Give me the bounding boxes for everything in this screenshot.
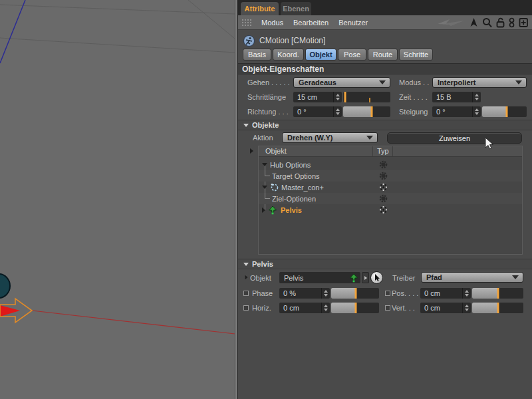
steigung-slider[interactable] [482,106,527,117]
stepper-arrows[interactable] [321,288,330,299]
pos-slider[interactable] [472,288,523,299]
chevron-down-icon [515,80,522,84]
gear-icon[interactable] [378,194,388,203]
tab-basis[interactable]: Basis [243,49,271,61]
tab-schritte-label: Schritte [404,51,428,59]
stepper-arrows[interactable] [462,303,471,313]
viewport-scene [0,0,235,399]
tab-objekt[interactable]: Objekt [305,49,336,61]
tab-attribute[interactable]: Attribute [241,2,279,15]
treiber-dropdown[interactable]: Pfad [421,272,523,283]
group-title-pelvis: Pelvis [252,260,273,268]
link-chain-icon[interactable] [509,17,515,28]
field-expander-icon[interactable] [245,275,248,279]
c4d-watermark-icon [436,17,466,28]
add-panel-icon[interactable] [519,17,528,28]
group-header-pelvis[interactable]: Pelvis [238,259,532,269]
column-header-objekt[interactable]: Objekt [265,147,287,155]
panel-menubar: Modus Bearbeiten Benutzer [238,15,532,30]
vert-checkbox[interactable] [385,305,390,311]
pelvis-objekt-linkfield[interactable]: Pelvis [279,272,360,283]
aktion-value: Drehen (W.Y) [283,134,366,142]
stepper-arrows[interactable] [472,106,481,117]
phase-input[interactable]: 0 % [279,288,330,299]
menu-modus[interactable]: Modus [261,19,283,27]
tree-row-hub-options[interactable]: Hub Options [259,159,522,170]
vert-value: 0 cm [420,303,462,313]
menu-benutzer[interactable]: Benutzer [338,19,368,27]
tab-schritte[interactable]: Schritte [399,49,433,61]
mouse-cursor [485,137,495,150]
section-header-objekt-eigenschaften: Objekt-Eigenschaften [238,63,532,74]
richtung-input[interactable]: 0 ° [293,106,342,117]
arrow-mode-icon[interactable] [469,17,478,28]
label-horiz: Horiz. [252,303,271,313]
spline-null-icon [270,183,279,192]
steigung-input[interactable]: 0 ° [432,106,481,117]
linkfield-menu-button[interactable] [362,272,369,283]
constraint-tag-icon[interactable] [378,205,388,214]
pick-object-button[interactable] [370,271,383,284]
pos-input[interactable]: 0 cm [420,288,471,299]
stepper-arrows[interactable] [462,288,471,299]
tree-header-row: Objekt Typ [259,146,522,157]
column-header-typ[interactable]: Typ [377,147,389,155]
tree-row-pelvis[interactable]: Pelvis [259,204,522,215]
pos-value: 0 cm [420,288,462,299]
zuweisen-button[interactable]: Zuweisen [387,132,522,144]
vert-input[interactable]: 0 cm [420,303,471,313]
schrittlaenge-slider[interactable] [343,92,390,102]
horiz-checkbox[interactable] [243,305,249,311]
label-pos: Pos. . . . [392,288,418,299]
gear-icon[interactable] [378,172,388,180]
stepper-arrows[interactable] [333,106,342,117]
search-icon[interactable] [482,17,492,28]
expand-right-icon[interactable] [262,207,265,213]
gehen-dropdown[interactable]: Geradeaus [293,77,390,88]
phase-slider[interactable] [331,288,379,299]
tree-row-master-con[interactable]: Master_con+ [259,182,522,193]
label-modus: Modus . . [399,77,429,88]
phase-checkbox[interactable] [243,291,249,296]
drag-grip-icon[interactable] [241,19,251,27]
schrittlaenge-input[interactable]: 15 cm [293,92,342,102]
tree-row-label: Hub Options [270,161,311,169]
tree-row-ziel-optionen[interactable]: Ziel-Optionen [259,193,522,204]
gear-icon[interactable] [378,160,388,169]
tab-attribute-label: Attribute [245,5,275,13]
tree-row-target-options[interactable]: Target Options [259,170,522,182]
z-axis-line [0,0,25,63]
object-title: CMotion [CMotion] [259,36,325,45]
stepper-arrows[interactable] [321,303,330,313]
label-vert: Vert. . . [392,303,415,313]
tab-ebenen-label: Ebenen [283,5,309,13]
zeit-input[interactable]: 15 B [432,92,481,102]
tab-basis-label: Basis [248,51,266,59]
lock-open-icon[interactable] [496,17,505,28]
stepper-arrows[interactable] [333,92,342,102]
tab-koord[interactable]: Koord. [273,49,304,61]
expand-down-icon[interactable] [262,163,267,166]
treiber-value: Pfad [422,273,512,281]
pos-checkbox[interactable] [385,291,390,296]
stepper-arrows[interactable] [472,92,481,102]
vert-slider[interactable] [472,303,523,313]
constraint-tag-icon[interactable] [378,183,388,192]
group-title-objekte: Objekte [252,121,279,129]
tab-route[interactable]: Route [368,49,398,61]
tab-ebenen[interactable]: Ebenen [281,2,311,15]
horiz-slider[interactable] [331,303,379,313]
menu-bearbeiten[interactable]: Bearbeiten [293,19,329,27]
modus-dropdown[interactable]: Interpoliert [432,77,527,88]
tab-pose[interactable]: Pose [338,49,366,61]
group-header-objekte[interactable]: Objekte [238,120,532,130]
richtung-slider[interactable] [343,106,390,117]
direction-triangle [0,305,20,317]
viewport-3d[interactable] [0,0,235,399]
collapse-triangle-icon [243,124,249,127]
grid-line [188,0,235,39]
aktion-dropdown[interactable]: Drehen (W.Y) [282,132,378,143]
horiz-input[interactable]: 0 cm [279,303,330,313]
table-expander-icon[interactable] [250,148,253,154]
expand-down-icon[interactable] [262,186,267,189]
